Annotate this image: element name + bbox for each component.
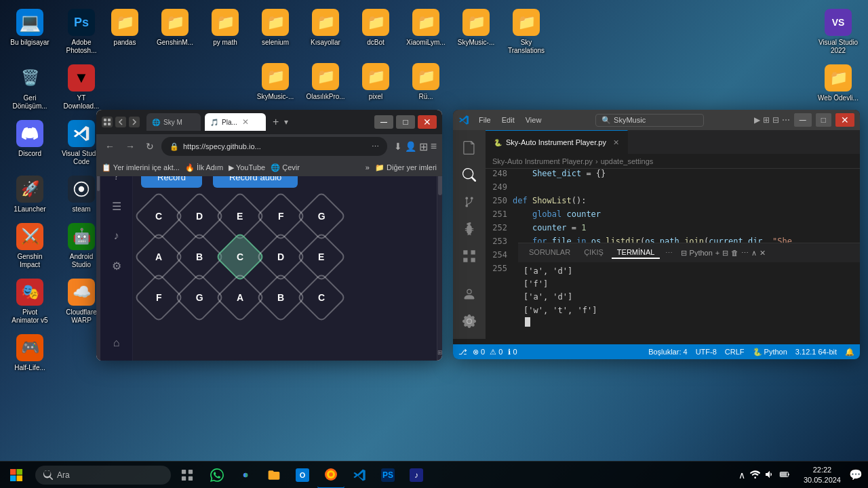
browser-tab-list-icon[interactable] <box>102 117 113 127</box>
tray-network-icon[interactable] <box>749 469 760 481</box>
desktop-icon-genshin-folder[interactable]: 📁 GenshinM... <box>151 5 199 58</box>
desktop-icon-pixel[interactable]: 📁 pixel <box>351 60 400 104</box>
vscode-close-btn[interactable]: ✕ <box>835 113 854 127</box>
panel-tab-sorunlar[interactable]: SORUNLAR <box>524 247 576 259</box>
bookmark-ilk-adim[interactable]: 🔥 İlk Adım <box>185 163 223 172</box>
terminal-split-icon[interactable]: ⊟ <box>722 249 728 258</box>
desktop-icon-vs2022[interactable]: VS Visual Studio 2022 <box>814 5 863 58</box>
taskbar-powershell[interactable]: PS <box>374 462 401 489</box>
statusbar-python-version[interactable]: 3.12.1 64-bit <box>795 348 837 356</box>
taskbar-firefox[interactable] <box>317 462 344 489</box>
desktop-icon-pymath[interactable]: 📁 py math <box>201 5 250 58</box>
terminal-more-icon[interactable]: ⋯ <box>741 249 749 258</box>
vscode-search-box[interactable]: 🔍 SkyMusic <box>595 114 704 127</box>
extensions-icon[interactable]: ⊞ <box>419 140 428 153</box>
accounts-icon[interactable] <box>457 282 481 306</box>
tray-battery-icon[interactable] <box>779 469 790 481</box>
desktop-icon-kisayollar[interactable]: 📁 Kısayollar <box>301 5 350 58</box>
taskbar-skymusic[interactable]: ♪ <box>403 462 430 489</box>
vscode-more-icon[interactable]: ⋯ <box>782 115 790 125</box>
vscode-maximize-btn[interactable]: □ <box>816 113 831 127</box>
vscode-layout-icon[interactable]: ⊞ <box>763 115 770 125</box>
source-control-icon[interactable] <box>457 190 481 214</box>
sidebar-home-icon[interactable]: ⌂ <box>104 331 129 355</box>
desktop-icon-selenium[interactable]: 📁 selenium <box>251 5 300 58</box>
panel-tab-terminal[interactable]: TERMİNAL <box>612 247 660 259</box>
tray-chevron[interactable]: ∧ <box>738 470 745 481</box>
vscode-minimize-btn[interactable]: ─ <box>794 113 812 127</box>
taskbar-search[interactable]: Ara <box>35 466 171 485</box>
new-tab-btn[interactable]: + <box>273 116 279 128</box>
bookmark-cevir[interactable]: 🌐 Çevir <box>271 163 300 172</box>
taskbar-file-explorer[interactable] <box>260 462 288 489</box>
download-icon[interactable]: ⬇ <box>394 141 402 152</box>
browser-close-btn[interactable]: ✕ <box>418 115 437 129</box>
panel-more-icon[interactable]: ⋯ <box>665 249 673 258</box>
vscode-split-icon[interactable]: ⊟ <box>772 115 779 125</box>
desktop-icon-skymusic-folder[interactable]: 📁 SkyMusic-... <box>452 5 500 58</box>
panel-tab-cikis[interactable]: ÇIKIŞ <box>578 247 609 259</box>
statusbar-line-ending[interactable]: CRLF <box>725 348 745 356</box>
desktop-icon-genshin[interactable]: ⚔️ Genshin Impact <box>5 220 54 272</box>
desktop-icon-pandas[interactable]: 📁 pandas <box>100 5 149 58</box>
active-tab[interactable]: 🎵 Pla... ✕ <box>205 113 266 131</box>
address-bar[interactable]: 🔒 https://specy.github.io... ⋯ <box>161 137 387 156</box>
browser-maximize-btn[interactable]: □ <box>396 115 415 129</box>
terminal-trash-icon[interactable]: 🗑 <box>731 249 738 257</box>
nav-back-btn[interactable]: ← <box>102 139 118 154</box>
desktop-icon-pivot[interactable]: 🎭 Pivot Animator v5 <box>5 275 54 328</box>
git-branch-icon[interactable]: ⎇ <box>458 348 467 357</box>
menu-edit[interactable]: Edit <box>498 115 519 125</box>
system-clock[interactable]: 22:22 30.05.2024 <box>798 465 846 485</box>
extensions-activity-icon[interactable] <box>457 244 481 268</box>
bookmark-yer-imler[interactable]: 📋 Yer imlerini içe akt... <box>102 163 180 172</box>
statusbar-spaces[interactable]: Boşluklar: 4 <box>648 348 687 356</box>
desktop-icon-halflife[interactable]: 🎮 Half-Life... <box>5 331 54 375</box>
menu-view[interactable]: View <box>521 115 546 125</box>
start-button[interactable] <box>0 462 33 489</box>
sidebar-list-icon[interactable]: ☰ <box>104 194 129 218</box>
desktop-icon-web-odevi[interactable]: 📁 Web Ödevli... <box>814 61 863 106</box>
taskbar-vscode[interactable] <box>346 462 373 489</box>
more-bookmarks-btn[interactable]: » <box>366 163 370 171</box>
right-scrollbar[interactable]: ⊞ <box>437 159 442 361</box>
desktop-icon-1launcher[interactable]: 🚀 1Launcher <box>5 172 54 217</box>
browser-minimize-btn[interactable]: ─ <box>374 115 393 129</box>
statusbar-bell-icon[interactable]: 🔔 <box>845 348 854 357</box>
desktop-icon-geri-donusum[interactable]: 🗑️ Geri Dönüşüm... <box>5 61 54 114</box>
statusbar-encoding[interactable]: UTF-8 <box>696 348 717 356</box>
taskbar-whatsapp[interactable] <box>203 462 231 489</box>
editor-tab-active[interactable]: 🐍 Sky-Auto Instrument Player.py ✕ <box>486 130 628 154</box>
desktop-icon-dcbot[interactable]: 📁 dcBot <box>351 5 400 58</box>
menu-file[interactable]: File <box>475 115 495 125</box>
inactive-tab[interactable]: 🌐 Sky M <box>146 113 201 131</box>
terminal-up-icon[interactable]: ∧ <box>751 249 757 258</box>
desktop-icon-discord[interactable]: Discord <box>5 117 54 169</box>
tray-volume-icon[interactable] <box>764 469 775 481</box>
taskbar-chrome[interactable] <box>232 462 259 489</box>
menu-icon[interactable]: ≡ <box>431 140 437 152</box>
desktop-icon-bu-bilgisayar[interactable]: 💻 Bu bilgisayar <box>5 5 54 58</box>
terminal-close-icon[interactable]: ✕ <box>760 249 766 258</box>
browser-back-btn[interactable] <box>115 117 126 127</box>
debug-icon[interactable] <box>457 217 481 241</box>
desktop-icon-sky-translations[interactable]: 📁 Sky Translations <box>502 5 551 58</box>
desktop-icon-olasilik[interactable]: 📁 OlasılıkPro... <box>301 60 350 104</box>
terminal-python-indicator[interactable]: ⊟ Python <box>681 249 712 258</box>
sidebar-music-icon[interactable]: ♪ <box>104 224 129 248</box>
nav-forward-btn[interactable]: → <box>122 139 138 154</box>
tab-list-chevron[interactable]: ▾ <box>284 117 288 127</box>
bookmark-diger[interactable]: 📁 Diğer yer imleri <box>375 163 437 172</box>
note-btn-c3[interactable]: C <box>296 272 347 323</box>
desktop-icon-ru[interactable]: 📁 Rü... <box>401 60 450 104</box>
desktop-icon-skym2[interactable]: 📁 SkyMusic-... <box>251 60 300 104</box>
settings-icon[interactable] <box>457 309 481 333</box>
taskbar-outlook[interactable]: O <box>289 462 316 489</box>
task-view-btn[interactable] <box>174 462 201 489</box>
terminal-add-icon[interactable]: + <box>715 249 719 257</box>
bookmark-youtube[interactable]: ▶ YouTube <box>229 163 265 172</box>
editor-tab-close-icon[interactable]: ✕ <box>613 138 619 147</box>
profile-icon[interactable]: 👤 <box>405 141 416 152</box>
desktop-icon-yt-download[interactable]: ▼ YT Download... <box>57 61 106 114</box>
explorer-icon[interactable] <box>457 136 481 160</box>
